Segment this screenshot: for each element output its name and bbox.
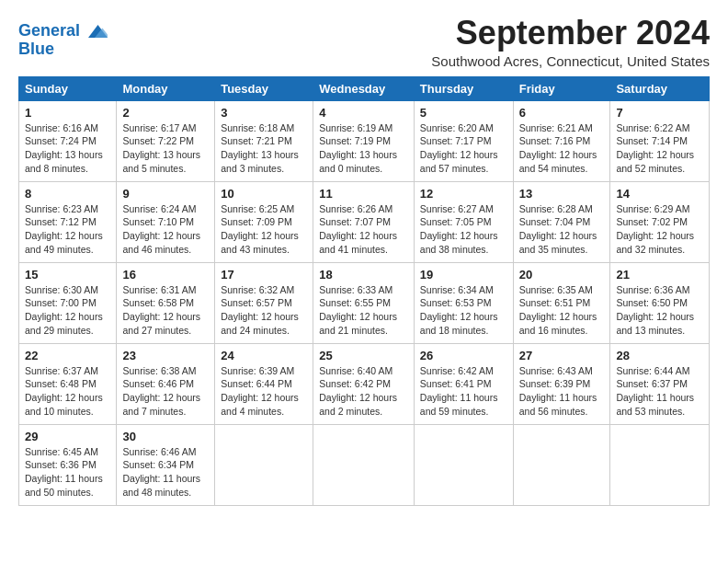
day-number: 23 xyxy=(122,349,209,362)
calendar-cell: 3Sunrise: 6:18 AMSunset: 7:21 PMDaylight… xyxy=(215,100,313,181)
day-info: Sunrise: 6:34 AMSunset: 6:53 PMDaylight:… xyxy=(420,283,507,338)
calendar-cell: 21Sunrise: 6:36 AMSunset: 6:50 PMDayligh… xyxy=(610,262,710,343)
calendar-cell: 18Sunrise: 6:33 AMSunset: 6:55 PMDayligh… xyxy=(313,262,415,343)
day-info: Sunrise: 6:27 AMSunset: 7:05 PMDaylight:… xyxy=(420,202,507,257)
day-info: Sunrise: 6:31 AMSunset: 6:58 PMDaylight:… xyxy=(122,283,209,338)
calendar-cell xyxy=(513,424,610,505)
calendar-day-header: Tuesday xyxy=(215,76,313,100)
calendar-cell xyxy=(414,424,513,505)
day-info: Sunrise: 6:16 AMSunset: 7:24 PMDaylight:… xyxy=(25,121,110,176)
calendar-week-row: 22Sunrise: 6:37 AMSunset: 6:48 PMDayligh… xyxy=(19,343,710,424)
logo-text2: Blue xyxy=(18,40,54,59)
logo-icon xyxy=(82,18,108,44)
day-info: Sunrise: 6:19 AMSunset: 7:19 PMDaylight:… xyxy=(319,121,408,176)
day-info: Sunrise: 6:44 AMSunset: 6:37 PMDaylight:… xyxy=(616,364,703,419)
calendar-cell: 22Sunrise: 6:37 AMSunset: 6:48 PMDayligh… xyxy=(19,343,117,424)
logo-text: General xyxy=(18,22,80,40)
calendar-cell: 27Sunrise: 6:43 AMSunset: 6:39 PMDayligh… xyxy=(513,343,610,424)
day-number: 10 xyxy=(221,187,307,201)
day-number: 26 xyxy=(420,349,507,362)
calendar-cell: 6Sunrise: 6:21 AMSunset: 7:16 PMDaylight… xyxy=(513,100,610,181)
calendar-day-header: Wednesday xyxy=(313,76,415,100)
day-number: 7 xyxy=(616,106,703,120)
calendar-cell: 29Sunrise: 6:45 AMSunset: 6:36 PMDayligh… xyxy=(19,424,117,505)
header: General Blue September 2024 Southwood Ac… xyxy=(18,15,710,69)
day-number: 3 xyxy=(221,106,307,120)
day-number: 6 xyxy=(519,106,605,120)
day-info: Sunrise: 6:46 AMSunset: 6:34 PMDaylight:… xyxy=(122,445,209,500)
calendar-cell: 24Sunrise: 6:39 AMSunset: 6:44 PMDayligh… xyxy=(215,343,313,424)
calendar-cell: 16Sunrise: 6:31 AMSunset: 6:58 PMDayligh… xyxy=(117,262,215,343)
calendar-week-row: 8Sunrise: 6:23 AMSunset: 7:12 PMDaylight… xyxy=(19,181,710,262)
calendar-cell: 8Sunrise: 6:23 AMSunset: 7:12 PMDaylight… xyxy=(19,181,117,262)
calendar-cell: 25Sunrise: 6:40 AMSunset: 6:42 PMDayligh… xyxy=(313,343,415,424)
day-info: Sunrise: 6:43 AMSunset: 6:39 PMDaylight:… xyxy=(519,364,605,419)
day-info: Sunrise: 6:18 AMSunset: 7:21 PMDaylight:… xyxy=(221,121,307,176)
calendar-cell: 17Sunrise: 6:32 AMSunset: 6:57 PMDayligh… xyxy=(215,262,313,343)
calendar-cell xyxy=(610,424,710,505)
day-info: Sunrise: 6:36 AMSunset: 6:50 PMDaylight:… xyxy=(616,283,703,338)
day-info: Sunrise: 6:32 AMSunset: 6:57 PMDaylight:… xyxy=(221,283,307,338)
day-number: 9 xyxy=(122,187,209,201)
calendar-header-row: SundayMondayTuesdayWednesdayThursdayFrid… xyxy=(19,76,710,100)
calendar-cell: 15Sunrise: 6:30 AMSunset: 7:00 PMDayligh… xyxy=(19,262,117,343)
day-number: 14 xyxy=(616,187,703,201)
day-info: Sunrise: 6:23 AMSunset: 7:12 PMDaylight:… xyxy=(25,202,110,257)
calendar-week-row: 29Sunrise: 6:45 AMSunset: 6:36 PMDayligh… xyxy=(19,424,710,505)
day-number: 13 xyxy=(519,187,605,201)
calendar-day-header: Friday xyxy=(513,76,610,100)
calendar-cell: 4Sunrise: 6:19 AMSunset: 7:19 PMDaylight… xyxy=(313,100,415,181)
day-number: 24 xyxy=(221,349,307,362)
day-number: 2 xyxy=(122,106,209,120)
day-number: 4 xyxy=(319,106,408,120)
calendar-cell: 20Sunrise: 6:35 AMSunset: 6:51 PMDayligh… xyxy=(513,262,610,343)
calendar-cell: 13Sunrise: 6:28 AMSunset: 7:04 PMDayligh… xyxy=(513,181,610,262)
calendar-cell: 23Sunrise: 6:38 AMSunset: 6:46 PMDayligh… xyxy=(117,343,215,424)
day-info: Sunrise: 6:33 AMSunset: 6:55 PMDaylight:… xyxy=(319,283,408,338)
calendar-cell: 19Sunrise: 6:34 AMSunset: 6:53 PMDayligh… xyxy=(414,262,513,343)
day-number: 16 xyxy=(122,268,209,282)
day-info: Sunrise: 6:38 AMSunset: 6:46 PMDaylight:… xyxy=(122,364,209,419)
calendar-day-header: Sunday xyxy=(19,76,117,100)
day-number: 29 xyxy=(25,430,110,443)
calendar-day-header: Monday xyxy=(117,76,215,100)
logo: General Blue xyxy=(18,18,108,59)
calendar-cell: 26Sunrise: 6:42 AMSunset: 6:41 PMDayligh… xyxy=(414,343,513,424)
calendar-cell: 9Sunrise: 6:24 AMSunset: 7:10 PMDaylight… xyxy=(117,181,215,262)
calendar-cell: 28Sunrise: 6:44 AMSunset: 6:37 PMDayligh… xyxy=(610,343,710,424)
calendar-cell: 10Sunrise: 6:25 AMSunset: 7:09 PMDayligh… xyxy=(215,181,313,262)
day-number: 20 xyxy=(519,268,605,282)
day-number: 22 xyxy=(25,349,110,362)
calendar-cell: 30Sunrise: 6:46 AMSunset: 6:34 PMDayligh… xyxy=(117,424,215,505)
month-title: September 2024 xyxy=(431,15,710,52)
calendar-cell: 12Sunrise: 6:27 AMSunset: 7:05 PMDayligh… xyxy=(414,181,513,262)
calendar-cell xyxy=(313,424,415,505)
day-number: 18 xyxy=(319,268,408,282)
calendar-cell: 11Sunrise: 6:26 AMSunset: 7:07 PMDayligh… xyxy=(313,181,415,262)
day-number: 12 xyxy=(420,187,507,201)
day-number: 8 xyxy=(25,187,110,201)
day-number: 1 xyxy=(25,106,110,120)
day-info: Sunrise: 6:26 AMSunset: 7:07 PMDaylight:… xyxy=(319,202,408,257)
calendar-week-row: 15Sunrise: 6:30 AMSunset: 7:00 PMDayligh… xyxy=(19,262,710,343)
calendar-cell: 14Sunrise: 6:29 AMSunset: 7:02 PMDayligh… xyxy=(610,181,710,262)
calendar-cell: 7Sunrise: 6:22 AMSunset: 7:14 PMDaylight… xyxy=(610,100,710,181)
day-number: 5 xyxy=(420,106,507,120)
day-info: Sunrise: 6:39 AMSunset: 6:44 PMDaylight:… xyxy=(221,364,307,419)
calendar-cell: 5Sunrise: 6:20 AMSunset: 7:17 PMDaylight… xyxy=(414,100,513,181)
day-info: Sunrise: 6:35 AMSunset: 6:51 PMDaylight:… xyxy=(519,283,605,338)
title-block: September 2024 Southwood Acres, Connecti… xyxy=(431,15,710,69)
day-info: Sunrise: 6:37 AMSunset: 6:48 PMDaylight:… xyxy=(25,364,110,419)
day-info: Sunrise: 6:22 AMSunset: 7:14 PMDaylight:… xyxy=(616,121,703,176)
day-number: 11 xyxy=(319,187,408,201)
day-info: Sunrise: 6:28 AMSunset: 7:04 PMDaylight:… xyxy=(519,202,605,257)
day-info: Sunrise: 6:42 AMSunset: 6:41 PMDaylight:… xyxy=(420,364,507,419)
location-subtitle: Southwood Acres, Connecticut, United Sta… xyxy=(431,53,710,69)
calendar-cell xyxy=(215,424,313,505)
calendar-day-header: Saturday xyxy=(610,76,710,100)
calendar-cell: 1Sunrise: 6:16 AMSunset: 7:24 PMDaylight… xyxy=(19,100,117,181)
calendar-day-header: Thursday xyxy=(414,76,513,100)
day-number: 21 xyxy=(616,268,703,282)
day-info: Sunrise: 6:29 AMSunset: 7:02 PMDaylight:… xyxy=(616,202,703,257)
day-info: Sunrise: 6:21 AMSunset: 7:16 PMDaylight:… xyxy=(519,121,605,176)
